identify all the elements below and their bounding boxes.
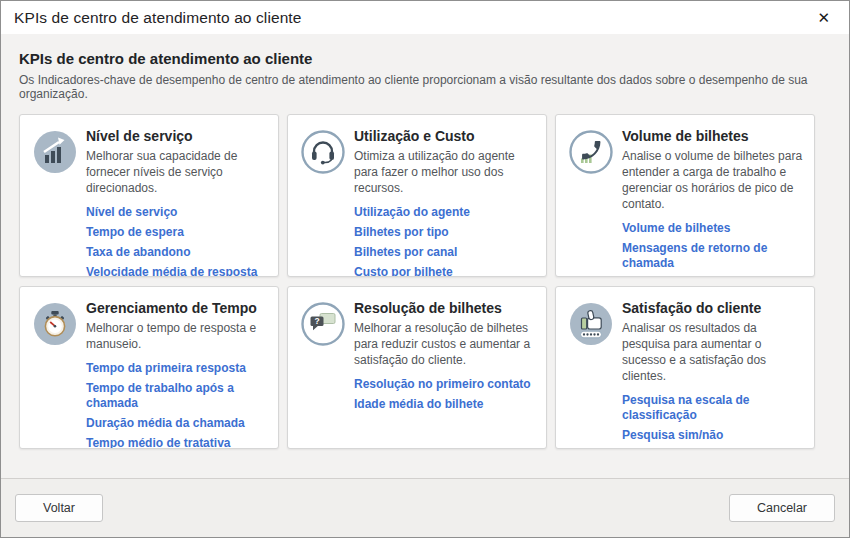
phone-volume-icon — [569, 130, 613, 174]
kpi-link[interactable]: Custo por bilhete — [354, 265, 536, 277]
kpi-card-grid: Nível de serviço Melhorar sua capacidade… — [19, 114, 831, 449]
card-title: Resolução de bilhetes — [354, 300, 536, 316]
dialog-title: KPIs de centro de atendimento ao cliente — [14, 9, 302, 27]
kpi-card-utilization-cost: Utilização e Custo Otimiza a utilização … — [287, 114, 547, 277]
kpi-card-ticket-resolution: ? Resolução de bilhetes Melhorar a resol… — [287, 286, 547, 449]
card-description: Otimiza a utilização do agente para faze… — [354, 148, 536, 196]
kpi-link[interactable]: Duração média da chamada — [86, 416, 268, 431]
kpi-dialog: KPIs de centro de atendimento ao cliente… — [0, 0, 850, 538]
kpi-link[interactable]: Idade média do bilhete — [354, 397, 536, 412]
card-title: Gerenciamento de Tempo — [86, 300, 268, 316]
kpi-link[interactable]: Nível de serviço — [86, 205, 268, 220]
headset-icon — [301, 130, 345, 174]
svg-text:?: ? — [314, 316, 319, 326]
kpi-link[interactable]: Bilhetes por canal — [354, 245, 536, 260]
card-title: Satisfação do cliente — [622, 300, 804, 316]
bar-chart-trend-icon — [33, 130, 77, 174]
kpi-link[interactable]: Tempo médio de tratativa — [86, 436, 268, 449]
kpi-link[interactable]: Pesquisa sim/não — [622, 428, 804, 443]
dialog-titlebar: KPIs de centro de atendimento ao cliente… — [1, 1, 849, 34]
card-description: Analisar os resultados da pesquisa para … — [622, 320, 804, 384]
card-title: Utilização e Custo — [354, 128, 536, 144]
close-icon[interactable]: ✕ — [811, 8, 836, 27]
chat-question-icon: ? — [301, 302, 345, 346]
kpi-link[interactable]: Pesquisa na escala de classificação — [622, 393, 804, 423]
kpi-card-time-management: Gerenciamento de Tempo Melhorar o tempo … — [19, 286, 279, 449]
kpi-link[interactable]: Volume de bilhetes — [622, 221, 804, 236]
card-description: Melhorar a resolução de bilhetes para re… — [354, 320, 536, 368]
dialog-footer: Voltar Cancelar — [1, 478, 849, 537]
kpi-link[interactable]: Taxa de abandono — [86, 245, 268, 260]
kpi-link[interactable]: Velocidade média de resposta — [86, 265, 268, 277]
page-title: KPIs de centro de atendimento ao cliente — [19, 50, 831, 67]
thumbs-up-rating-icon — [569, 302, 613, 346]
kpi-link[interactable]: Mensagens de retorno de chamada — [622, 241, 804, 271]
card-description: Analise o volume de bilhetes para entend… — [622, 148, 804, 212]
back-button[interactable]: Voltar — [15, 494, 103, 522]
page-subtitle: Os Indicadores-chave de desempenho de ce… — [19, 73, 831, 101]
kpi-link[interactable]: Tempo de trabalho após a chamada — [86, 381, 268, 411]
card-title: Volume de bilhetes — [622, 128, 804, 144]
dialog-content: KPIs de centro de atendimento ao cliente… — [1, 34, 849, 478]
card-title: Nível de serviço — [86, 128, 268, 144]
kpi-link[interactable]: Tempo de espera — [86, 225, 268, 240]
kpi-link[interactable]: Bilhetes por tipo — [354, 225, 536, 240]
kpi-link[interactable]: Utilização do agente — [354, 205, 536, 220]
kpi-link[interactable]: Tempo da primeira resposta — [86, 361, 268, 376]
kpi-link[interactable]: Pesquisa de múltipla escolha — [622, 448, 804, 449]
kpi-card-customer-satisfaction: Satisfação do cliente Analisar os result… — [555, 286, 815, 449]
cancel-button[interactable]: Cancelar — [729, 494, 835, 522]
kpi-card-ticket-volume: Volume de bilhetes Analise o volume de b… — [555, 114, 815, 277]
card-description: Melhorar sua capacidade de fornecer níve… — [86, 148, 268, 196]
kpi-link[interactable]: Tráfego de horário de pico — [622, 276, 804, 277]
kpi-card-service-level: Nível de serviço Melhorar sua capacidade… — [19, 114, 279, 277]
card-description: Melhorar o tempo de resposta e manuseio. — [86, 320, 268, 352]
kpi-link[interactable]: Resolução no primeiro contato — [354, 377, 536, 392]
stopwatch-icon — [33, 302, 77, 346]
